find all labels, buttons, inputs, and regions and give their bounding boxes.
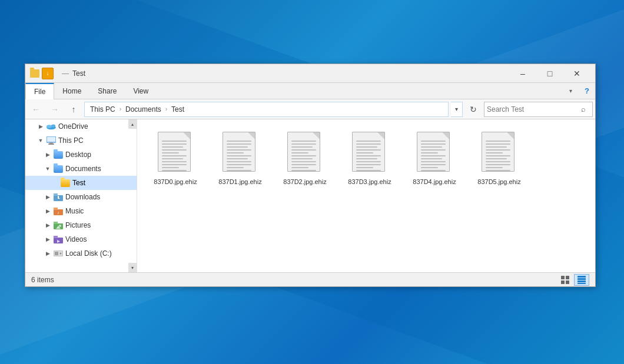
file-line [291, 155, 316, 156]
file-line [486, 141, 510, 142]
file-line [162, 152, 179, 153]
sidebar-scroll-up[interactable]: ▴ [128, 119, 137, 129]
sidebar-item-local-disk[interactable]: ▶ Local Disk (C:) [25, 246, 137, 261]
file-item[interactable]: 837D1.jpg.ehiz [208, 125, 273, 190]
pictures-folder-icon [54, 221, 63, 230]
local-disk-expand-icon[interactable]: ▶ [44, 250, 51, 257]
menu-tab-view[interactable]: View [125, 83, 157, 99]
file-line [227, 143, 251, 145]
videos-folder-icon [54, 235, 63, 244]
svg-rect-22 [55, 252, 58, 255]
this-pc-expand-icon[interactable]: ▼ [37, 137, 44, 144]
quick-access-button[interactable]: ↓ [42, 68, 54, 79]
file-page [158, 132, 191, 172]
file-item[interactable]: 837D5.jpg.ehiz [467, 125, 532, 190]
file-item[interactable]: 837D4.jpg.ehiz [402, 125, 467, 190]
menu-bar: File Home Share View ▾ ? [25, 83, 595, 99]
file-line [291, 152, 308, 153]
help-button[interactable]: ? [579, 83, 595, 99]
file-line [421, 155, 446, 156]
file-page [417, 132, 450, 172]
sidebar-scroll-down[interactable]: ▾ [128, 263, 137, 272]
address-path[interactable]: This PC › Documents › Test [84, 102, 449, 117]
grid-view-button[interactable] [557, 274, 573, 286]
file-line [291, 149, 316, 151]
path-this-pc[interactable]: This PC [88, 105, 117, 114]
local-disk-icon [54, 249, 63, 258]
pc-icon [47, 136, 56, 145]
minimize-button[interactable]: – [509, 64, 536, 83]
onedrive-icon [47, 122, 56, 131]
list-view-button[interactable] [574, 274, 589, 286]
file-line [486, 146, 507, 148]
sidebar-item-music[interactable]: ▶ ♪ Music [25, 204, 137, 218]
menu-tab-home[interactable]: Home [54, 83, 89, 99]
file-line [227, 161, 251, 162]
address-dropdown-button[interactable]: ▾ [451, 102, 463, 117]
file-line [421, 152, 438, 153]
search-icon[interactable]: ⌕ [577, 103, 590, 116]
videos-expand-icon[interactable]: ▶ [44, 236, 51, 243]
svg-rect-14 [54, 222, 58, 224]
file-line [421, 170, 446, 171]
svg-rect-30 [577, 280, 586, 282]
desktop-expand-icon[interactable]: ▶ [44, 151, 51, 158]
file-item[interactable]: 837D3.jpg.ehiz [337, 125, 402, 190]
svg-text:♪: ♪ [57, 211, 59, 215]
nav-back-button[interactable]: ← [28, 102, 44, 117]
file-line [421, 161, 446, 162]
onedrive-expand-icon[interactable]: ▶ [37, 123, 44, 130]
file-item[interactable]: 837D2.jpg.ehiz [273, 125, 337, 190]
sidebar-item-onedrive[interactable]: ▶ OneDrive [25, 119, 137, 133]
file-item[interactable]: 837D0.jpg.ehiz [143, 125, 208, 190]
sidebar-item-this-pc[interactable]: ▼ This PC [25, 133, 137, 148]
file-line [421, 149, 446, 151]
menu-tab-share[interactable]: Share [89, 83, 125, 99]
file-explorer-window: ↓ — Test – □ ✕ File Home Share View ▾ ? … [25, 64, 596, 287]
file-line [162, 149, 187, 151]
sidebar-item-documents[interactable]: ▼ Documents [25, 162, 137, 176]
menu-tab-file[interactable]: File [25, 83, 54, 99]
sidebar-item-pictures[interactable]: ▶ Pictures [25, 218, 137, 232]
test-folder-icon [61, 178, 70, 188]
file-area: 837D0.jpg.ehiz [137, 119, 595, 272]
file-line [291, 158, 313, 159]
maximize-button[interactable]: □ [536, 64, 563, 83]
file-line [421, 158, 442, 159]
sidebar-item-test[interactable]: Test [25, 176, 137, 190]
svg-point-1 [47, 125, 52, 128]
file-line [291, 143, 316, 145]
documents-label: Documents [65, 165, 101, 173]
pictures-expand-icon[interactable]: ▶ [44, 222, 51, 229]
nav-up-button[interactable]: ↑ [65, 102, 82, 117]
ribbon-expand-button[interactable]: ▾ [562, 83, 579, 99]
file-page-lines [356, 141, 381, 172]
music-expand-icon[interactable]: ▶ [44, 208, 51, 215]
refresh-button[interactable]: ↻ [465, 102, 482, 117]
desktop-folder-icon [54, 150, 63, 159]
file-line [421, 146, 442, 148]
search-input[interactable] [487, 105, 577, 113]
file-page-lines [227, 141, 251, 172]
documents-expand-icon[interactable]: ▼ [44, 165, 51, 172]
sidebar-item-videos[interactable]: ▶ Videos [25, 232, 137, 246]
svg-rect-3 [47, 136, 56, 142]
downloads-expand-icon[interactable]: ▶ [44, 193, 51, 201]
desktop-label: Desktop [65, 151, 91, 159]
file-name: 837D0.jpg.ehiz [154, 178, 197, 186]
file-name: 837D3.jpg.ehiz [348, 178, 391, 186]
sidebar-item-downloads[interactable]: ▶ Downloads [25, 190, 137, 204]
path-test[interactable]: Test [170, 105, 186, 114]
nav-forward-button[interactable]: → [47, 102, 63, 117]
svg-rect-29 [577, 278, 586, 280]
path-documents[interactable]: Documents [124, 105, 163, 114]
downloads-label: Downloads [65, 193, 100, 201]
onedrive-label: OneDrive [58, 122, 88, 131]
file-page [482, 132, 515, 172]
sidebar-item-desktop[interactable]: ▶ Desktop [25, 148, 137, 162]
close-button[interactable]: ✕ [563, 64, 590, 83]
file-line [227, 155, 251, 156]
file-line [162, 141, 187, 142]
file-line [486, 164, 510, 165]
file-line [356, 143, 381, 145]
